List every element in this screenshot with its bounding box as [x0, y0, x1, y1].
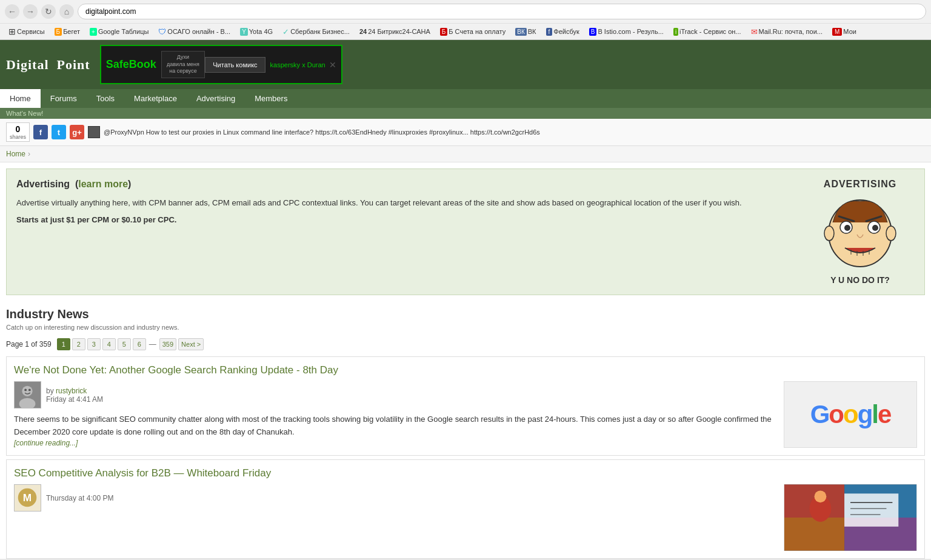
- bookmark-vk[interactable]: ВК ВК: [512, 27, 539, 37]
- tweet-avatar: [88, 126, 100, 138]
- share-count: 0: [16, 124, 21, 134]
- article-1-meta: by rustybrick Friday at 4:41 AM: [14, 381, 776, 408]
- author-by: by rustybrick: [46, 387, 103, 395]
- learn-more-link[interactable]: learn more: [78, 179, 128, 189]
- browser-toolbar: ← → ↻ ⌂: [0, 0, 931, 23]
- svg-rect-22: [784, 518, 844, 551]
- svg-point-14: [24, 388, 27, 391]
- site-wrapper: Digital Point SafeBook Духи давила меня …: [0, 40, 931, 559]
- article-1-date: Friday at 4:41 AM: [46, 395, 103, 404]
- page-last-button[interactable]: 359: [159, 338, 176, 350]
- nav-marketplace[interactable]: Marketplace: [124, 89, 187, 108]
- bookmark-yota[interactable]: Y Yota 4G: [236, 27, 276, 37]
- meme-face-image: [821, 192, 899, 271]
- header-ad-banner[interactable]: SafeBook Духи давила меня на сервусе Чит…: [100, 45, 342, 84]
- whats-new-text: What's New!: [6, 110, 43, 117]
- article-2-author-info: Thursday at 4:00 PM: [46, 494, 113, 502]
- address-bar[interactable]: [78, 4, 926, 19]
- breadcrumb-home[interactable]: Home: [6, 150, 25, 158]
- page-1-button[interactable]: 1: [57, 338, 70, 350]
- nav-advertising[interactable]: Advertising: [187, 89, 245, 108]
- ad-box-pricing: Starts at just $1 per CPM or $0.10 per C…: [16, 215, 799, 224]
- article-2-thumbnail: [784, 484, 917, 551]
- tweet-text: @ProxyNVpn How to test our proxies in Li…: [104, 128, 925, 136]
- article-card-1: We're Not Done Yet: Another Google Searc…: [6, 356, 925, 456]
- back-button[interactable]: ←: [5, 4, 19, 19]
- bookmark-osago[interactable]: 🛡 ОСАГО онлайн - В...: [155, 26, 234, 38]
- safebook-brand: SafeBook: [106, 58, 156, 71]
- bookmark-scheta[interactable]: Б Б Счета на оплату: [436, 27, 510, 37]
- whats-new-bar: What's New!: [0, 108, 931, 119]
- article-card-2: SEO Competitive Analysis for B2B — White…: [6, 459, 925, 559]
- page-next-button[interactable]: Next >: [178, 338, 204, 350]
- ad-close-icon[interactable]: ✕: [329, 60, 336, 70]
- article-2-title[interactable]: SEO Competitive Analysis for B2B — White…: [14, 467, 917, 479]
- bookmark-facebook[interactable]: f Фейсбук: [542, 27, 583, 37]
- article-1-body: There seems to be significant SEO commun…: [14, 413, 776, 439]
- article-1-main: by rustybrick Friday at 4:41 AM There se…: [14, 381, 776, 448]
- page-6-button[interactable]: 6: [133, 338, 146, 350]
- author-avatar-image: [15, 382, 41, 408]
- article-2-meta: M Thursday at 4:00 PM: [14, 484, 776, 512]
- article-2-main: M Thursday at 4:00 PM: [14, 484, 776, 551]
- google-logo: Google: [810, 400, 891, 429]
- whiteboard-friday-image: [784, 484, 916, 551]
- section-title: Industry News: [0, 301, 931, 324]
- page-4-button[interactable]: 4: [102, 338, 116, 350]
- ad-box-content: Advertising (learn more) Advertise virtu…: [16, 179, 799, 224]
- page-2-button[interactable]: 2: [72, 338, 85, 350]
- moz-avatar-image: M: [15, 485, 41, 511]
- reload-button[interactable]: ↻: [41, 4, 56, 19]
- svg-rect-26: [844, 493, 898, 527]
- nav-home[interactable]: Home: [0, 89, 41, 108]
- site-navigation: Home Forums Tools Marketplace Advertisin…: [0, 89, 931, 108]
- breadcrumb: Home ›: [0, 146, 931, 162]
- nav-forums[interactable]: Forums: [41, 89, 87, 108]
- bookmark-itrack[interactable]: i iTrack - Сервис он...: [670, 27, 745, 37]
- pagination-info: Page 1 of 359: [6, 340, 52, 348]
- bookmark-moi[interactable]: M Мои: [829, 27, 860, 37]
- nav-tools[interactable]: Tools: [87, 89, 124, 108]
- home-button[interactable]: ⌂: [59, 4, 74, 19]
- facebook-share-button[interactable]: f: [33, 125, 48, 139]
- section-subtitle: Catch up on interesting new discussion a…: [0, 324, 931, 336]
- breadcrumb-separator: ›: [28, 150, 30, 158]
- forward-button[interactable]: →: [23, 4, 38, 19]
- article-1-continue[interactable]: [continue reading...]: [14, 439, 776, 447]
- page-3-button[interactable]: 3: [87, 338, 101, 350]
- ad-meme: ADVERTISING: [806, 179, 915, 285]
- ad-box-title: Advertising (learn more): [16, 179, 799, 190]
- read-comic-button[interactable]: Читать комикс: [205, 57, 265, 73]
- article-1-title[interactable]: We're Not Done Yet: Another Google Searc…: [14, 364, 917, 376]
- bookmark-mail[interactable]: ✉ Mail.Ru: почта, пои...: [747, 26, 827, 38]
- bookmark-servicies[interactable]: ⊞ Сервисы: [5, 25, 48, 38]
- article-1-author-info: by rustybrick Friday at 4:41 AM: [46, 387, 103, 404]
- pagination: Page 1 of 359 1 2 3 4 5 6 — 359 Next >: [0, 336, 931, 353]
- bookmark-google-sheets[interactable]: + Google Таблицы: [86, 27, 152, 37]
- twitter-share-button[interactable]: t: [52, 125, 66, 139]
- svg-point-25: [815, 490, 827, 502]
- bookmarks-bar: ⊞ Сервисы Б Бегет + Google Таблицы 🛡 ОСА…: [0, 23, 931, 39]
- page-5-button[interactable]: 5: [118, 338, 131, 350]
- site-header: Digital Point SafeBook Духи давила меня …: [0, 40, 931, 89]
- browser-chrome: ← → ↻ ⌂ ⊞ Сервисы Б Бегет + Google Табли…: [0, 0, 931, 40]
- google-plus-share-button[interactable]: g+: [70, 125, 84, 139]
- svg-point-15: [28, 388, 31, 391]
- svg-point-10: [886, 226, 896, 241]
- bookmark-beget[interactable]: Б Бегет: [51, 27, 84, 37]
- ad-box-description: Advertise virtually anything here, with …: [16, 197, 799, 209]
- meme-bottom-text: Y U NO DO IT?: [806, 275, 915, 285]
- site-logo: Digital Point: [6, 57, 90, 73]
- pagination-dots: —: [148, 340, 158, 348]
- svg-point-9: [824, 226, 834, 241]
- nav-members[interactable]: Members: [245, 89, 297, 108]
- article-2-date: Thursday at 4:00 PM: [46, 494, 113, 502]
- social-bar: 0 shares f t g+ @ProxyNVpn How to test o…: [0, 119, 931, 146]
- bookmark-bitrix[interactable]: 24 24 Битрикс24-САНА: [356, 27, 434, 36]
- author-name-1[interactable]: rustybrick: [56, 387, 87, 395]
- bookmark-sberbank[interactable]: ✓ Сбербанк Бизнес...: [279, 26, 353, 38]
- svg-point-4: [872, 225, 878, 231]
- bookmark-istio[interactable]: B B Istio.com - Резуль...: [586, 27, 667, 37]
- article-2-avatar: M: [14, 484, 41, 512]
- svg-point-12: [22, 386, 32, 396]
